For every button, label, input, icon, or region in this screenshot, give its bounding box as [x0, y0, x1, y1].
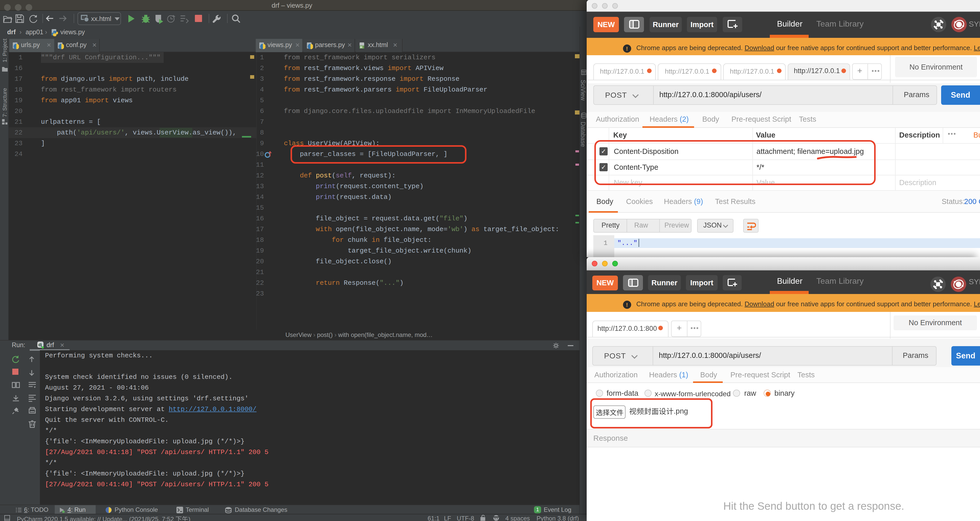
svg-text:dj: dj	[38, 343, 42, 347]
svg-text:!: !	[626, 46, 628, 52]
svg-text:xx.html: xx.html	[91, 15, 111, 22]
svg-text:H: H	[360, 46, 363, 49]
svg-text:!: !	[626, 302, 628, 308]
